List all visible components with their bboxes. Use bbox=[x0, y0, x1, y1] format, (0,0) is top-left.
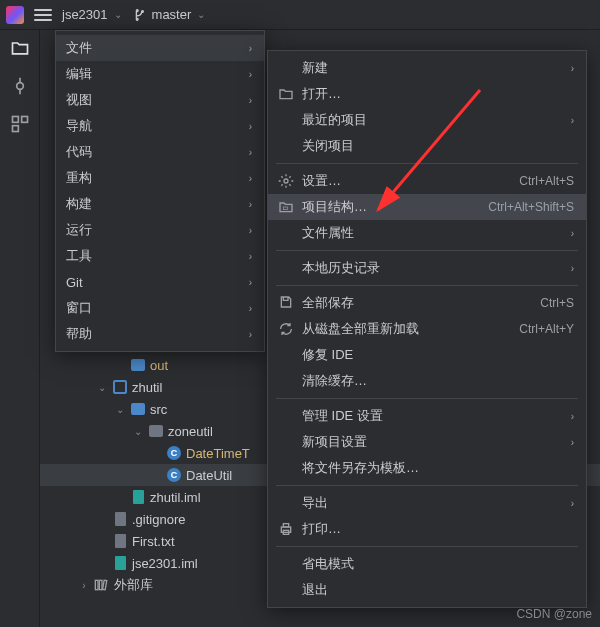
submenu-item[interactable]: 全部保存Ctrl+S bbox=[268, 290, 586, 316]
chevron-right-icon: › bbox=[249, 173, 252, 184]
shortcut-label: Ctrl+Alt+Y bbox=[519, 322, 574, 336]
menu-separator bbox=[276, 163, 578, 164]
menu-separator bbox=[276, 285, 578, 286]
folder-blue-icon bbox=[130, 357, 146, 373]
submenu-item[interactable]: 打印… bbox=[268, 516, 586, 542]
project-name: jse2301 bbox=[62, 7, 108, 22]
menu-separator bbox=[276, 485, 578, 486]
chevron-right-icon: › bbox=[249, 121, 252, 132]
shortcut-label: Ctrl+S bbox=[540, 296, 574, 310]
submenu-item-label: 管理 IDE 设置 bbox=[302, 407, 563, 425]
chevron-right-icon: › bbox=[249, 277, 252, 288]
submenu-item[interactable]: 从磁盘全部重新加载Ctrl+Alt+Y bbox=[268, 316, 586, 342]
submenu-item[interactable]: 管理 IDE 设置› bbox=[268, 403, 586, 429]
tree-arrow-icon[interactable]: ⌄ bbox=[96, 382, 108, 393]
submenu-item-label: 导出 bbox=[302, 494, 563, 512]
tree-label: 外部库 bbox=[114, 576, 153, 594]
chevron-right-icon: › bbox=[249, 251, 252, 262]
tree-label: DateTimeT bbox=[186, 446, 250, 461]
submenu-item[interactable]: 退出 bbox=[268, 577, 586, 603]
chevron-right-icon: › bbox=[249, 95, 252, 106]
menu-item-label: 工具 bbox=[66, 247, 241, 265]
menu-item[interactable]: 代码› bbox=[56, 139, 264, 165]
gear-icon bbox=[278, 173, 294, 189]
menu-item[interactable]: 编辑› bbox=[56, 61, 264, 87]
folder-icon bbox=[278, 86, 294, 102]
branch-icon bbox=[132, 8, 146, 22]
submenu-item[interactable]: 导出› bbox=[268, 490, 586, 516]
structure-tool-icon[interactable] bbox=[10, 114, 30, 134]
svg-rect-6 bbox=[103, 580, 107, 590]
class-icon bbox=[166, 445, 182, 461]
menu-item[interactable]: 视图› bbox=[56, 87, 264, 113]
menu-item[interactable]: 构建› bbox=[56, 191, 264, 217]
lib-icon bbox=[94, 577, 110, 593]
submenu-item[interactable]: 新项目设置› bbox=[268, 429, 586, 455]
menu-item-label: Git bbox=[66, 275, 241, 290]
project-tool-icon[interactable] bbox=[10, 38, 30, 58]
tree-arrow-icon[interactable]: ⌄ bbox=[132, 426, 144, 437]
blank-icon bbox=[278, 582, 294, 598]
submenu-item-label: 最近的项目 bbox=[302, 111, 563, 129]
blank-icon bbox=[278, 556, 294, 572]
file-gray-icon bbox=[112, 533, 128, 549]
file-gray-icon bbox=[112, 511, 128, 527]
svg-point-7 bbox=[284, 179, 288, 183]
submenu-item[interactable]: 项目结构…Ctrl+Alt+Shift+S bbox=[268, 194, 586, 220]
submenu-item[interactable]: 关闭项目 bbox=[268, 133, 586, 159]
submenu-item[interactable]: 打开… bbox=[268, 81, 586, 107]
submenu-item[interactable]: 文件属性› bbox=[268, 220, 586, 246]
submenu-item-label: 关闭项目 bbox=[302, 137, 574, 155]
shortcut-label: Ctrl+Alt+Shift+S bbox=[488, 200, 574, 214]
chevron-right-icon: › bbox=[249, 225, 252, 236]
chevron-right-icon: › bbox=[249, 303, 252, 314]
submenu-item[interactable]: 修复 IDE bbox=[268, 342, 586, 368]
submenu-item[interactable]: 清除缓存… bbox=[268, 368, 586, 394]
submenu-item-label: 文件属性 bbox=[302, 224, 563, 242]
submenu-item-label: 打开… bbox=[302, 85, 574, 103]
chevron-right-icon: › bbox=[249, 43, 252, 54]
project-selector[interactable]: jse2301 ⌄ bbox=[62, 7, 122, 22]
main-menu-button[interactable] bbox=[34, 9, 52, 21]
blank-icon bbox=[278, 225, 294, 241]
commit-tool-icon[interactable] bbox=[10, 76, 30, 96]
menu-item[interactable]: 导航› bbox=[56, 113, 264, 139]
svg-rect-10 bbox=[283, 524, 288, 527]
blank-icon bbox=[278, 112, 294, 128]
menu-item[interactable]: 运行› bbox=[56, 217, 264, 243]
menu-item[interactable]: 工具› bbox=[56, 243, 264, 269]
struct-icon bbox=[278, 199, 294, 215]
submenu-item-label: 打印… bbox=[302, 520, 574, 538]
submenu-item[interactable]: 最近的项目› bbox=[268, 107, 586, 133]
submenu-item-label: 从磁盘全部重新加载 bbox=[302, 320, 511, 338]
menu-item[interactable]: 重构› bbox=[56, 165, 264, 191]
svg-rect-1 bbox=[12, 117, 18, 123]
submenu-item[interactable]: 将文件另存为模板… bbox=[268, 455, 586, 481]
menu-item[interactable]: 帮助› bbox=[56, 321, 264, 347]
menu-item-label: 窗口 bbox=[66, 299, 241, 317]
submenu-item[interactable]: 省电模式 bbox=[268, 551, 586, 577]
submenu-item-label: 省电模式 bbox=[302, 555, 574, 573]
submenu-item-label: 项目结构… bbox=[302, 198, 480, 216]
menu-item-label: 文件 bbox=[66, 39, 241, 57]
tree-arrow-icon[interactable]: › bbox=[78, 580, 90, 591]
tree-label: src bbox=[150, 402, 167, 417]
submenu-item[interactable]: 设置…Ctrl+Alt+S bbox=[268, 168, 586, 194]
tree-label: out bbox=[150, 358, 168, 373]
svg-rect-2 bbox=[21, 117, 27, 123]
menu-item[interactable]: 文件› bbox=[56, 35, 264, 61]
branch-selector[interactable]: master ⌄ bbox=[132, 7, 206, 22]
blank-icon bbox=[278, 373, 294, 389]
chevron-right-icon: › bbox=[249, 199, 252, 210]
tree-arrow-icon[interactable]: ⌄ bbox=[114, 404, 126, 415]
watermark: CSDN @zone bbox=[516, 607, 592, 621]
submenu-item-label: 全部保存 bbox=[302, 294, 532, 312]
submenu-item[interactable]: 新建› bbox=[268, 55, 586, 81]
submenu-item[interactable]: 本地历史记录› bbox=[268, 255, 586, 281]
chevron-right-icon: › bbox=[571, 115, 574, 126]
chevron-right-icon: › bbox=[571, 63, 574, 74]
menu-item[interactable]: 窗口› bbox=[56, 295, 264, 321]
menu-separator bbox=[276, 250, 578, 251]
tree-label: zhutil.iml bbox=[150, 490, 201, 505]
menu-item[interactable]: Git› bbox=[56, 269, 264, 295]
